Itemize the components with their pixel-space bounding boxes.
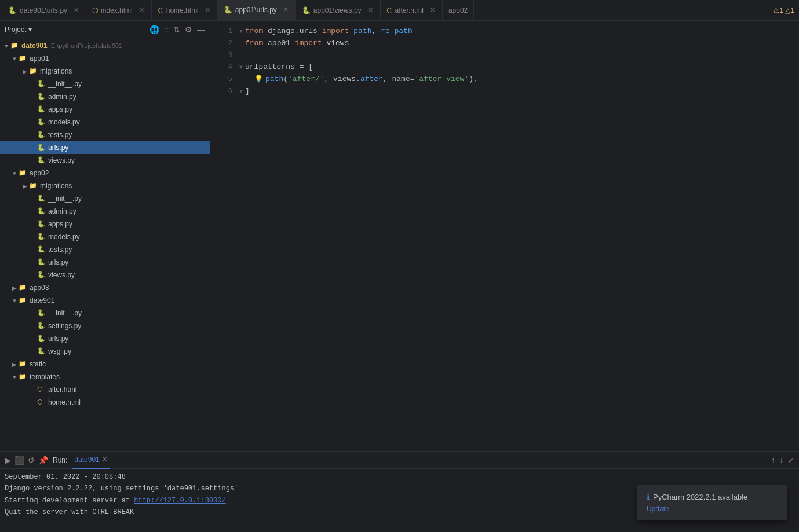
- code-line-2: 2 ▼ from app01 import views: [210, 38, 799, 50]
- python-file-icon: 🐍: [37, 322, 46, 330]
- gear-icon[interactable]: ⚙: [185, 25, 192, 34]
- tree-item-init1[interactable]: 🐍 __init__.py: [0, 78, 210, 90]
- tree-item-templates[interactable]: ▼ 📁 templates: [0, 370, 210, 383]
- tree-item-settings[interactable]: 🐍 settings.py: [0, 320, 210, 332]
- tree-item-app03[interactable]: ▶ 📁 app03: [0, 281, 210, 294]
- expand-arrow-icon: ▶: [10, 361, 19, 368]
- editor-area: 1 ▼ from django.urls import path, re_pat…: [210, 21, 799, 451]
- run-icon[interactable]: ▶: [5, 456, 11, 465]
- line-content: from django.urls import path, re_path: [245, 25, 794, 38]
- line-number: 6: [215, 86, 232, 97]
- tree-item-label: views.py: [48, 271, 75, 279]
- python-file-icon: 🐍: [37, 309, 46, 317]
- tree-item-tests2[interactable]: 🐍 tests.py: [0, 243, 210, 256]
- down-arrow-icon[interactable]: ↓: [780, 456, 784, 464]
- line-content: urlpatterns = [: [245, 61, 794, 74]
- tab-bar: 🐍 date901\urls.py ✕ ⬡ index.html ✕ ⬡ hom…: [0, 0, 799, 21]
- tab-label: home.html: [166, 6, 199, 14]
- tab-label: after.html: [395, 6, 424, 14]
- run-restart-icon[interactable]: ↺: [28, 456, 35, 465]
- tab-label: app02: [448, 6, 468, 14]
- fold-marker[interactable]: ▼: [239, 87, 243, 97]
- tab-close-icon[interactable]: ✕: [282, 5, 290, 14]
- tree-item-tests1[interactable]: 🐍 tests.py: [0, 129, 210, 141]
- tree-item-label: admin.py: [48, 207, 76, 215]
- tree-item-app02[interactable]: ▼ 📁 app02: [0, 167, 210, 179]
- tab-close-icon[interactable]: ✕: [204, 6, 211, 14]
- sort-icon[interactable]: ⇅: [173, 25, 180, 34]
- tree-item-admin2[interactable]: 🐍 admin.py: [0, 205, 210, 218]
- tree-item-models1[interactable]: 🐍 models.py: [0, 116, 210, 129]
- tab-app02[interactable]: app02: [443, 0, 474, 21]
- tree-item-admin1[interactable]: 🐍 admin.py: [0, 90, 210, 103]
- tree-item-urls2[interactable]: 🐍 urls.py: [0, 256, 210, 269]
- tree-item-migrations2[interactable]: ▶ 📁 migrations: [0, 179, 210, 192]
- tree-item-app01[interactable]: ▼ 📁 app01: [0, 52, 210, 65]
- fold-marker[interactable]: ▼: [239, 27, 243, 36]
- tree-item-label: settings.py: [48, 322, 81, 330]
- tab-close-icon[interactable]: ✕: [429, 6, 436, 14]
- tree-item-label: urls.py: [48, 258, 68, 266]
- folder-icon: 📁: [10, 42, 20, 50]
- tree-item-views1[interactable]: 🐍 views.py: [0, 154, 210, 167]
- tree-item-root[interactable]: ▼ 📁 date901 E:\pythonProject\date901: [0, 39, 210, 52]
- line-content: from app01 import views: [245, 38, 794, 50]
- notification-popup: ℹ PyCharm 2022.2.1 available Update...: [637, 485, 787, 520]
- tab-close-icon[interactable]: ✕: [138, 6, 145, 14]
- tree-item-urls-d[interactable]: 🐍 urls.py: [0, 332, 210, 345]
- expand-icon[interactable]: ⤢: [788, 456, 794, 464]
- tab-app01-urls[interactable]: 🐍 app01\urls.py ✕: [218, 0, 296, 21]
- tree-item-apps2[interactable]: 🐍 apps.py: [0, 218, 210, 230]
- tab-date901-urls[interactable]: 🐍 date901\urls.py ✕: [2, 0, 86, 21]
- tree-item-label: __init__.py: [48, 195, 82, 203]
- tree-item-home-html[interactable]: ⬡ home.html: [0, 396, 210, 409]
- tree-item-static[interactable]: ▶ 📁 static: [0, 358, 210, 370]
- run-pin-icon[interactable]: 📌: [38, 456, 48, 465]
- python-file-icon: 🐍: [37, 335, 46, 343]
- tab-app01-views[interactable]: 🐍 app01\views.py ✕: [296, 0, 381, 21]
- tree-item-init-d[interactable]: 🐍 __init__.py: [0, 307, 210, 320]
- tab-after-html[interactable]: ⬡ after.html ✕: [381, 0, 443, 21]
- run-tab-close[interactable]: ✕: [102, 456, 107, 463]
- up-arrow-icon[interactable]: ↑: [771, 456, 775, 464]
- fold-marker[interactable]: ▼: [239, 63, 243, 72]
- python-file-icon: 🐍: [37, 207, 46, 215]
- tab-home-html[interactable]: ⬡ home.html ✕: [152, 0, 218, 21]
- list-icon[interactable]: ≡: [164, 25, 169, 34]
- tree-item-wsgi[interactable]: 🐍 wsgi.py: [0, 345, 210, 358]
- tab-index-html[interactable]: ⬡ index.html ✕: [86, 0, 152, 21]
- line-number: 4: [215, 62, 232, 73]
- tree-item-date901-sub[interactable]: ▼ 📁 date901: [0, 294, 210, 307]
- tab-close-icon[interactable]: ✕: [72, 6, 80, 14]
- tree-item-views2[interactable]: 🐍 views.py: [0, 269, 210, 281]
- notification-update-link[interactable]: Update...: [647, 505, 778, 513]
- html-file-icon: ⬡: [37, 386, 46, 394]
- globe-icon[interactable]: 🌐: [149, 25, 159, 34]
- tree-item-label: migrations: [40, 67, 72, 75]
- tree-item-apps1[interactable]: 🐍 apps.py: [0, 103, 210, 116]
- folder-icon: 📁: [19, 296, 28, 304]
- folder-icon: 📁: [19, 284, 28, 292]
- run-stop-icon[interactable]: ⬛: [14, 456, 24, 465]
- server-url-link[interactable]: http://127.0.0.1:8000/: [134, 497, 225, 505]
- tab-close-icon[interactable]: ✕: [367, 6, 374, 14]
- tree-item-label: __init__.py: [48, 309, 82, 317]
- tree-item-after-html[interactable]: ⬡ after.html: [0, 383, 210, 396]
- tree-item-urls1[interactable]: 🐍 urls.py: [0, 141, 210, 154]
- tree-item-label: apps.py: [48, 220, 72, 228]
- minimize-icon[interactable]: —: [197, 25, 205, 34]
- run-tab[interactable]: date901 ✕: [72, 452, 109, 469]
- python-file-icon: 🐍: [37, 245, 46, 254]
- line-number: 5: [215, 74, 232, 85]
- html-file-icon: ⬡: [158, 6, 163, 14]
- tree-item-label: after.html: [48, 386, 76, 394]
- tab-label: index.html: [101, 6, 133, 14]
- tree-item-models2[interactable]: 🐍 models.py: [0, 230, 210, 243]
- tab-label: app01\views.py: [313, 6, 362, 14]
- expand-arrow-icon: ▶: [21, 68, 29, 75]
- notification-info-icon: ℹ: [647, 492, 650, 501]
- tree-item-init2[interactable]: 🐍 __init__.py: [0, 192, 210, 205]
- tree-item-migrations1[interactable]: ▶ 📁 migrations: [0, 65, 210, 78]
- run-controls-left: ▶ ⬛ ↺ 📌: [5, 456, 48, 465]
- python-file-icon: 🐍: [37, 195, 46, 203]
